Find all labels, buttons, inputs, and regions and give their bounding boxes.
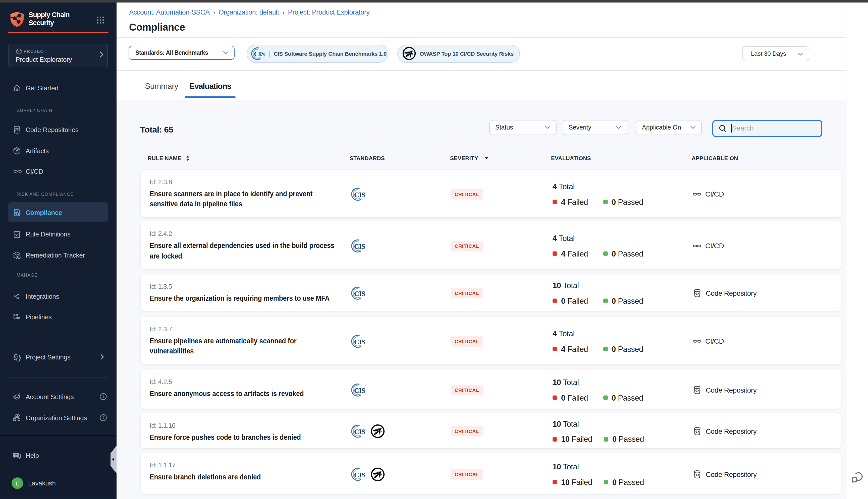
svg-text:?: ? xyxy=(15,453,17,457)
